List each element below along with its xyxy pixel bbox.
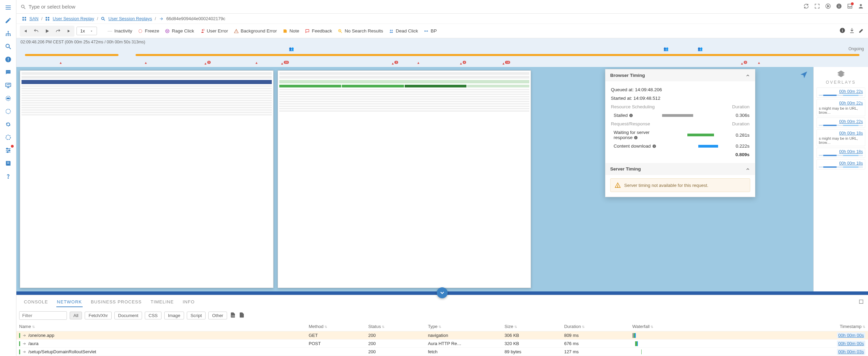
tab-business-process[interactable]: BUSINESS PROCESS <box>90 297 142 307</box>
svg-rect-11 <box>8 60 9 61</box>
network-row[interactable]: /auraPOST200Aura HTTP Re…320 KB676 ms00h… <box>16 340 868 348</box>
tab-info[interactable]: INFO <box>182 297 195 307</box>
crumb-replay[interactable]: User Session Replay <box>53 16 94 21</box>
help-icon[interactable] <box>3 172 13 181</box>
global-search-input[interactable] <box>29 4 800 10</box>
export-csv-icon[interactable]: CSV <box>230 312 236 319</box>
replay-viewport[interactable]: Browser Timing Queued at: 14:09:48.206 S… <box>16 67 813 291</box>
undo-button[interactable] <box>31 26 41 36</box>
col-waterfall[interactable]: Waterfall⇅ <box>630 322 783 331</box>
overlay-time-link[interactable]: 00h 00m 18s <box>839 161 863 166</box>
monitor-icon[interactable] <box>3 81 13 90</box>
play-button[interactable] <box>42 26 52 36</box>
svg-point-49 <box>168 30 168 31</box>
svg-rect-37 <box>25 17 26 18</box>
redo-button[interactable] <box>53 26 63 36</box>
export-icon[interactable] <box>239 312 245 319</box>
annotation-rage-click[interactable]: Rage Click <box>163 27 196 35</box>
speed-select[interactable]: 1x <box>76 27 97 35</box>
crumb-san[interactable]: SAN <box>29 16 39 21</box>
overlay-item[interactable]: 00h 00m 18ss might may be in URL, brow… <box>816 129 865 146</box>
col-name[interactable]: Name⇅ <box>16 322 306 331</box>
sitemap-icon[interactable] <box>3 29 13 38</box>
location-icon[interactable] <box>799 70 808 80</box>
overlay-time-link[interactable]: 00h 00m 22s <box>839 119 863 124</box>
annotation-no-search-results[interactable]: No Search Results <box>335 27 385 35</box>
annotation-dead-click[interactable]: Dead Click <box>387 27 420 35</box>
play-circle-icon[interactable] <box>825 3 831 10</box>
timestamp-link[interactable]: 00h 00m 00s <box>837 332 865 338</box>
timeline-timestamp-label: 02:09:48.206 PM CEST (00h 00m 25s 472ms … <box>16 38 868 46</box>
database-icon[interactable] <box>3 94 13 103</box>
overlay-time-link[interactable]: 00h 00m 18s <box>839 131 863 136</box>
maximize-panel-icon[interactable] <box>858 299 864 305</box>
chat-icon[interactable] <box>3 68 13 77</box>
alert-icon[interactable] <box>3 55 13 64</box>
menu-icon[interactable] <box>3 3 13 12</box>
filter-chip-all[interactable]: All <box>70 312 82 319</box>
skip-back-button[interactable] <box>20 26 30 36</box>
sliders-icon[interactable] <box>3 146 13 155</box>
overlay-item[interactable]: 00h 00m 22s <box>816 118 865 128</box>
loading-icon[interactable] <box>3 133 13 142</box>
browser-timing-header[interactable]: Browser Timing <box>605 69 755 81</box>
search-icon[interactable] <box>3 42 13 51</box>
tab-network[interactable]: NETWORK <box>56 297 83 307</box>
annotation-bp[interactable]: BP <box>421 27 439 35</box>
overlay-time-link[interactable]: 00h 00m 22s <box>839 89 863 94</box>
col-timestamp[interactable]: Timestamp⇅ <box>783 322 868 331</box>
gear-icon[interactable] <box>3 120 13 129</box>
panel-divider[interactable] <box>16 291 868 295</box>
edit-icon[interactable] <box>3 16 13 25</box>
col-duration[interactable]: Duration⇅ <box>561 322 630 331</box>
refresh-icon[interactable] <box>3 107 13 116</box>
reload-icon[interactable] <box>803 3 809 10</box>
overlay-item[interactable]: 00h 00m 18s <box>816 148 865 158</box>
collapse-panel-button[interactable] <box>437 287 448 298</box>
timeline-track[interactable] <box>16 53 868 61</box>
overlay-item[interactable]: 00h 00m 22s <box>816 87 865 98</box>
filter-chip-other[interactable]: Other <box>208 312 227 319</box>
col-method[interactable]: Method⇅ <box>306 322 366 331</box>
filter-chip-fetchxhr[interactable]: Fetch/Xhr <box>85 312 111 319</box>
timestamp-link[interactable]: 00h 00m 00s <box>837 341 865 346</box>
col-size[interactable]: Size⇅ <box>502 322 562 331</box>
crumb-replays[interactable]: User Session Replays <box>108 16 152 21</box>
global-search[interactable] <box>20 4 800 10</box>
network-filter-input[interactable] <box>19 311 67 320</box>
timestamp-link[interactable]: 00h 00m 03s <box>837 349 865 355</box>
filter-chip-document[interactable]: Document <box>114 312 142 319</box>
server-timing-header[interactable]: Server Timing <box>605 163 755 175</box>
annotation-user-error[interactable]: !User Error <box>198 27 230 35</box>
filter-chip-css[interactable]: CSS <box>145 312 162 319</box>
annotation-feedback[interactable]: Feedback <box>303 27 334 35</box>
col-status[interactable]: Status⇅ <box>366 322 425 331</box>
inbox-icon[interactable] <box>847 3 853 10</box>
book-icon[interactable] <box>3 159 13 168</box>
network-filters: AllFetch/XhrDocumentCSSImageScriptOther … <box>16 309 868 322</box>
server-timing-alert: Server timing not available for this req… <box>610 178 750 192</box>
annotation-inactivity[interactable]: —Inactivity <box>105 27 135 35</box>
overlay-item[interactable]: 00h 00m 22ss might may be in URL, brow… <box>816 99 865 116</box>
svg-rect-69 <box>636 137 636 137</box>
overlay-item[interactable]: 00h 00m 18s <box>816 159 865 169</box>
fullscreen-icon[interactable] <box>814 3 820 10</box>
user-icon[interactable] <box>858 3 864 10</box>
network-row[interactable]: /setup/SetupDomainRolloutServlet200fetch… <box>16 348 868 356</box>
filter-chip-image[interactable]: Image <box>164 312 184 319</box>
filter-chip-script[interactable]: Script <box>187 312 206 319</box>
annotation-background-error[interactable]: Background Error <box>232 27 279 35</box>
overlay-time-link[interactable]: 00h 00m 22s <box>839 101 863 106</box>
info-icon[interactable] <box>836 3 842 10</box>
network-row[interactable]: /one/one.appGET200navigation306 KB809 ms… <box>16 331 868 340</box>
overlay-time-link[interactable]: 00h 00m 18s <box>839 149 863 154</box>
skip-forward-button[interactable] <box>64 26 74 36</box>
col-type[interactable]: Type⇅ <box>425 322 502 331</box>
annotation-freeze[interactable]: Freeze <box>136 27 161 35</box>
info-small-icon[interactable] <box>839 27 845 35</box>
download-icon[interactable] <box>849 27 855 35</box>
tab-console[interactable]: CONSOLE <box>23 297 49 307</box>
annotation-note[interactable]: Note <box>280 27 302 35</box>
pencil-icon[interactable] <box>858 27 865 35</box>
tab-timeline[interactable]: TIMELINE <box>150 297 174 307</box>
